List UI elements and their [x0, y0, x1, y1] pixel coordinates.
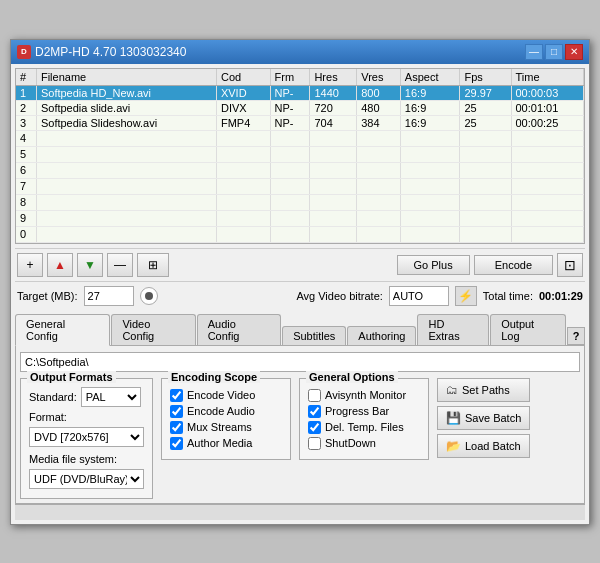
- go-plus-button[interactable]: Go Plus: [397, 255, 470, 275]
- output-formats-section: Output Formats Standard: PAL NTSC Format…: [20, 378, 153, 499]
- app-icon: D: [17, 45, 31, 59]
- set-paths-icon: 🗂: [446, 383, 458, 397]
- table-row[interactable]: 1Softpedia HD_New.aviXVIDNP-144080016:92…: [16, 85, 584, 100]
- encode-audio-checkbox[interactable]: [170, 405, 183, 418]
- table-row-empty: 5: [16, 146, 584, 162]
- help-button[interactable]: ?: [567, 327, 585, 345]
- filesystem-label: Media file system:: [29, 453, 117, 465]
- table-row-empty: 4: [16, 130, 584, 146]
- encode-button[interactable]: Encode: [474, 255, 553, 275]
- monitor-icon: ⊡: [564, 257, 576, 273]
- remove-icon: —: [114, 258, 126, 272]
- col-header-aspect: Aspect: [400, 69, 460, 86]
- general-options-title: General Options: [306, 371, 398, 383]
- progress-bar-checkbox[interactable]: [308, 405, 321, 418]
- encode-video-label: Encode Video: [187, 389, 255, 401]
- add-file-button[interactable]: +: [17, 253, 43, 277]
- tabs-container: General Config Video Config Audio Config…: [15, 314, 585, 346]
- minimize-button[interactable]: —: [525, 44, 543, 60]
- table-row-empty: 0: [16, 226, 584, 242]
- avisynth-monitor-checkbox[interactable]: [308, 389, 321, 402]
- del-temp-row: Del. Temp. Files: [308, 421, 420, 434]
- filesystem-row: Media file system: UDF (DVD/BluRay) ISO9…: [29, 453, 144, 489]
- del-temp-files-checkbox[interactable]: [308, 421, 321, 434]
- tab-video-config[interactable]: Video Config: [111, 314, 195, 345]
- del-temp-files-label: Del. Temp. Files: [325, 421, 404, 433]
- right-panel: 🗂 Set Paths 💾 Save Batch 📂 Load Batch: [437, 378, 530, 499]
- col-header-time: Time: [511, 69, 584, 86]
- standard-select[interactable]: PAL NTSC: [81, 387, 141, 407]
- save-batch-label: Save Batch: [465, 412, 521, 424]
- avg-bitrate-input[interactable]: [389, 286, 449, 306]
- standard-label: Standard:: [29, 391, 77, 403]
- mux-streams-label: Mux Streams: [187, 421, 252, 433]
- up-arrow-icon: ▲: [54, 258, 66, 272]
- tab-content-inner: Output Formats Standard: PAL NTSC Format…: [20, 378, 580, 499]
- tab-output-log[interactable]: Output Log: [490, 314, 566, 345]
- col-header-vres: Vres: [357, 69, 401, 86]
- filesystem-select[interactable]: UDF (DVD/BluRay) ISO9660: [29, 469, 144, 489]
- properties-button[interactable]: ⊞: [137, 253, 169, 277]
- encode-video-checkbox[interactable]: [170, 389, 183, 402]
- toolbar-row: + ▲ ▼ — ⊞ Go Plus Encode ⊡: [15, 248, 585, 282]
- save-batch-button[interactable]: 💾 Save Batch: [437, 406, 530, 430]
- set-paths-button[interactable]: 🗂 Set Paths: [437, 378, 530, 402]
- tab-general-config[interactable]: General Config: [15, 314, 110, 346]
- target-input[interactable]: [84, 286, 134, 306]
- general-options-section: General Options Avisynth Monitor Progres…: [299, 378, 429, 460]
- table-row-empty: 8: [16, 194, 584, 210]
- tab-content-general: Output Formats Standard: PAL NTSC Format…: [15, 346, 585, 504]
- author-media-row: Author Media: [170, 437, 282, 450]
- col-header-filename: Filename: [36, 69, 216, 86]
- output-path-input[interactable]: [20, 352, 580, 372]
- title-bar: D D2MP-HD 4.70 1303032340 — □ ✕: [11, 40, 589, 64]
- col-header-frm: Frm: [270, 69, 310, 86]
- load-batch-button[interactable]: 📂 Load Batch: [437, 434, 530, 458]
- bitrate-icon[interactable]: ⚡: [455, 286, 477, 306]
- format-label: Format:: [29, 411, 67, 423]
- table-row-empty: 9: [16, 210, 584, 226]
- target-radio[interactable]: [140, 287, 158, 305]
- add-icon: +: [26, 258, 33, 272]
- shutdown-label: ShutDown: [325, 437, 376, 449]
- move-down-button[interactable]: ▼: [77, 253, 103, 277]
- tab-subtitles[interactable]: Subtitles: [282, 326, 346, 345]
- load-batch-icon: 📂: [446, 439, 461, 453]
- remove-file-button[interactable]: —: [107, 253, 133, 277]
- total-time-label: Total time:: [483, 290, 533, 302]
- encoding-column: Encoding Scope Encode Video Encode Audio…: [161, 378, 291, 499]
- shutdown-checkbox[interactable]: [308, 437, 321, 450]
- encoding-scope-title: Encoding Scope: [168, 371, 260, 383]
- monitor-button[interactable]: ⊡: [557, 253, 583, 277]
- format-select[interactable]: DVD [720x576] SVCD VCD AVI: [29, 427, 144, 447]
- maximize-button[interactable]: □: [545, 44, 563, 60]
- table-row[interactable]: 3Softpedia Slideshow.aviFMP4NP-70438416:…: [16, 115, 584, 130]
- output-formats-title: Output Formats: [27, 371, 116, 383]
- standard-row: Standard: PAL NTSC: [29, 387, 144, 407]
- move-up-button[interactable]: ▲: [47, 253, 73, 277]
- avisynth-row: Avisynth Monitor: [308, 389, 420, 402]
- target-label: Target (MB):: [17, 290, 78, 302]
- tab-authoring[interactable]: Authoring: [347, 326, 416, 345]
- encode-audio-row: Encode Audio: [170, 405, 282, 418]
- shutdown-row: ShutDown: [308, 437, 420, 450]
- tab-audio-config[interactable]: Audio Config: [197, 314, 281, 345]
- mux-streams-checkbox[interactable]: [170, 421, 183, 434]
- title-buttons: — □ ✕: [525, 44, 583, 60]
- author-media-label: Author Media: [187, 437, 252, 449]
- avg-bitrate-label: Avg Video bitrate:: [296, 290, 382, 302]
- down-arrow-icon: ▼: [84, 258, 96, 272]
- table-row[interactable]: 2Softpedia slide.aviDIVXNP-72048016:9250…: [16, 100, 584, 115]
- window-title: D2MP-HD 4.70 1303032340: [35, 45, 186, 59]
- window-content: # Filename Cod Frm Hres Vres Aspect Fps …: [11, 64, 589, 524]
- avisynth-monitor-label: Avisynth Monitor: [325, 389, 406, 401]
- encoding-scope-section: Encoding Scope Encode Video Encode Audio…: [161, 378, 291, 460]
- close-button[interactable]: ✕: [565, 44, 583, 60]
- set-paths-label: Set Paths: [462, 384, 510, 396]
- total-time-value: 00:01:29: [539, 290, 583, 302]
- mux-streams-row: Mux Streams: [170, 421, 282, 434]
- col-header-cod: Cod: [216, 69, 270, 86]
- progress-bar-row: Progress Bar: [308, 405, 420, 418]
- tab-hd-extras[interactable]: HD Extras: [417, 314, 489, 345]
- author-media-checkbox[interactable]: [170, 437, 183, 450]
